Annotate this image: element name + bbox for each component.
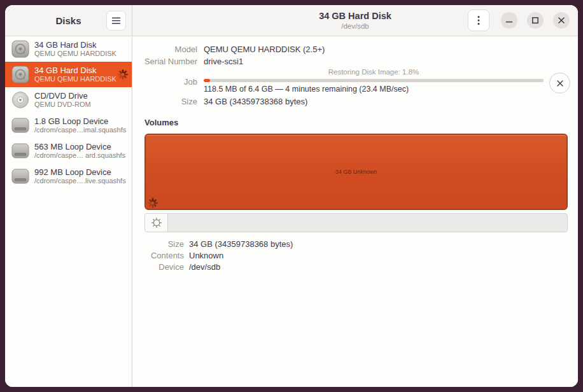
sidebar-item-loop-2[interactable]: 563 MB Loop Device /cdrom/caspe… ard.squ… (5, 138, 132, 164)
headerbar: Disks 34 GB Hard Disk /dev/sdb (5, 5, 578, 36)
serial-value: drive-scsi1 (204, 56, 578, 67)
volume-device-label: Device (144, 262, 184, 273)
sidebar-item-text: 992 MB Loop Device /cdrom/caspe….live.sq… (34, 167, 128, 185)
kebab-menu-icon (477, 15, 480, 25)
item-subtitle: /cdrom/caspe…imal.squashfs (34, 126, 128, 134)
drive-detail-panel: Model QEMU QEMU HARDDISK (2.5+) Serial N… (132, 36, 578, 387)
sidebar-item-cdrom[interactable]: CD/DVD Drive QEMU DVD-ROM (5, 87, 132, 113)
sidebar-item-harddisk-2-selected[interactable]: 34 GB Hard Disk QEMU QEMU HARDDISK (5, 62, 132, 87)
item-subtitle: QEMU DVD-ROM (34, 101, 128, 109)
app-title: Disks (55, 15, 81, 26)
window-controls (468, 10, 578, 31)
drive-details: Model QEMU QEMU HARDDISK (2.5+) Serial N… (140, 44, 578, 108)
app-menu-button[interactable] (106, 11, 126, 31)
item-subtitle: /cdrom/caspe… ard.squashfs (34, 151, 128, 160)
item-title: 1.8 GB Loop Device (34, 116, 128, 126)
cancel-icon (556, 80, 564, 87)
item-title: 563 MB Loop Device (34, 142, 128, 151)
sidebar-item-loop-3[interactable]: 992 MB Loop Device /cdrom/caspe….live.sq… (5, 164, 132, 189)
sidebar-item-text: 34 GB Hard Disk QEMU QEMU HARDDISK (34, 40, 128, 58)
close-icon (558, 17, 565, 24)
optical-disc-icon (10, 90, 31, 110)
busy-spinner-icon (118, 69, 128, 80)
sidebar-header: Disks (5, 5, 132, 36)
volume-options-button[interactable] (145, 214, 168, 232)
sidebar-item-harddisk-1[interactable]: 34 GB Hard Disk QEMU QEMU HARDDISK (5, 36, 132, 62)
job-status-text: Restoring Disk Image: 1.8% (204, 68, 544, 78)
sidebar-item-text: 563 MB Loop Device /cdrom/caspe… ard.squ… (34, 142, 128, 160)
main-header: 34 GB Hard Disk /dev/sdb (132, 5, 578, 36)
loop-device-icon (10, 115, 31, 136)
loop-device-icon (10, 166, 31, 186)
job-cell: Restoring Disk Image: 1.8% 118.5 MB of 6… (204, 68, 578, 94)
size-label: Size (140, 96, 197, 108)
disks-app-window: Disks 34 GB Hard Disk /dev/sdb (5, 5, 578, 387)
volume-contents-value: Unknown (189, 250, 578, 262)
item-title: 992 MB Loop Device (34, 167, 128, 177)
volume-segment-label: 34 GB Unknown (335, 169, 377, 175)
harddisk-icon (10, 64, 31, 85)
volume-segment-unknown[interactable]: 34 GB Unknown (144, 134, 568, 210)
job-progress-fill (204, 79, 210, 82)
maximize-button[interactable] (527, 12, 544, 29)
volume-size-value: 34 GB (34359738368 bytes) (189, 239, 578, 250)
sidebar-item-text: CD/DVD Drive QEMU DVD-ROM (34, 91, 128, 109)
item-title: 34 GB Hard Disk (34, 66, 114, 75)
serial-label: Serial Number (140, 56, 197, 67)
size-value: 34 GB (34359738368 bytes) (204, 96, 578, 108)
sidebar-item-text: 1.8 GB Loop Device /cdrom/caspe…imal.squ… (34, 116, 128, 134)
volumes-heading: Volumes (144, 118, 578, 127)
item-title: CD/DVD Drive (34, 91, 128, 101)
volume-contents-label: Contents (144, 250, 184, 262)
model-label: Model (140, 44, 197, 55)
sidebar-item-loop-1[interactable]: 1.8 GB Loop Device /cdrom/caspe…imal.squ… (5, 113, 132, 138)
harddisk-icon (10, 39, 31, 59)
cancel-job-button[interactable] (549, 73, 570, 94)
item-title: 34 GB Hard Disk (34, 40, 128, 50)
loop-device-icon (10, 141, 31, 161)
volume-info: Size 34 GB (34359738368 bytes) Contents … (144, 239, 578, 273)
maximize-icon (531, 17, 539, 24)
minimize-icon (505, 17, 513, 24)
job-progress-bar (204, 79, 544, 82)
item-subtitle: /cdrom/caspe….live.squashfs (34, 177, 128, 185)
job-detail-text: 118.5 MB of 6.4 GB — 4 minutes remaining… (204, 85, 544, 94)
minimize-button[interactable] (501, 12, 517, 29)
volume-toolbar (144, 213, 568, 232)
window-subtitle: /dev/sdb (319, 22, 391, 31)
item-subtitle: QEMU QEMU HARDDISK (34, 75, 114, 83)
device-sidebar: 34 GB Hard Disk QEMU QEMU HARDDISK 34 GB… (5, 36, 132, 387)
window-title-block: 34 GB Hard Disk /dev/sdb (319, 10, 391, 31)
model-value: QEMU QEMU HARDDISK (2.5+) (204, 44, 578, 55)
item-subtitle: QEMU QEMU HARDDISK (34, 50, 128, 58)
volume-busy-spinner-icon (148, 198, 158, 208)
sidebar-item-text: 34 GB Hard Disk QEMU QEMU HARDDISK (34, 66, 114, 83)
job-label: Job (140, 68, 197, 88)
hamburger-icon (111, 17, 121, 25)
volume-size-label: Size (144, 239, 184, 250)
drive-menu-button[interactable] (468, 10, 489, 31)
gear-icon (151, 217, 162, 228)
close-button[interactable] (553, 12, 570, 29)
volume-device-value: /dev/sdb (189, 262, 578, 273)
window-title: 34 GB Hard Disk (319, 10, 391, 22)
